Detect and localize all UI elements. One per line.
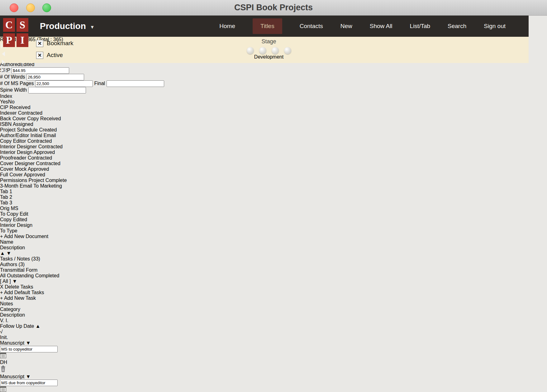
check-label: 3-Month Email To Marketing xyxy=(0,183,62,189)
layout-selector[interactable]: Production ▼ xyxy=(40,16,95,37)
window-title: CSPI Book Projects xyxy=(0,0,547,16)
nav-item[interactable]: New xyxy=(340,23,352,30)
nav-item[interactable]: Home xyxy=(219,23,235,30)
task-row: Manuscript ▼ DH xyxy=(0,340,547,374)
docs-tab[interactable]: Tab 1 xyxy=(0,189,547,194)
checkbox[interactable] xyxy=(36,52,43,59)
tasks-tab[interactable]: Authors (3) xyxy=(0,262,547,267)
check-row: Indexer Contracted xyxy=(0,110,547,116)
chevron-down-icon: ▼ xyxy=(26,340,31,346)
status-check-row: Author/Editor Initial Email xyxy=(0,133,547,138)
docs-tab[interactable]: Tab 2 xyxy=(0,194,547,200)
documents-table-header: Name Description xyxy=(0,239,547,251)
radio-option[interactable]: No xyxy=(8,99,14,104)
task-follow-up-date-field[interactable] xyxy=(0,386,547,392)
app-window: CSPI Book Projects Production ▼ Home Tit… xyxy=(0,0,547,392)
scroll-down-icon[interactable]: ▼ xyxy=(6,251,11,256)
words-row: # Of Words xyxy=(0,74,547,80)
stage-dot[interactable] xyxy=(259,47,266,54)
docs-subtab[interactable]: Interior Design xyxy=(0,222,547,228)
chevron-down-icon: ▼ xyxy=(90,24,95,30)
logo-letter: P xyxy=(3,33,15,47)
add-new-task-button[interactable]: + Add New Task xyxy=(0,295,547,301)
ms-pages-input[interactable] xyxy=(35,80,93,87)
task-row: Manuscript ▼ DH xyxy=(0,374,547,392)
stage-indicator: Stage Development xyxy=(238,38,300,60)
column-header-name: Name xyxy=(0,239,547,245)
task-description-input[interactable] xyxy=(0,380,58,386)
task-category-select[interactable]: Manuscript ▼ xyxy=(0,374,547,380)
check-label: Permissions Project Complete xyxy=(0,178,67,183)
add-new-document-button[interactable]: + Add New Document xyxy=(0,234,547,239)
task-follow-up-date-field[interactable] xyxy=(0,352,547,360)
check-label: Interior Design Approved xyxy=(0,150,55,155)
plus-icon: + xyxy=(0,234,3,239)
tasks-tab[interactable]: Transmittal Form xyxy=(0,267,547,273)
nav-item[interactable]: Search xyxy=(448,23,466,30)
stage-dot[interactable] xyxy=(284,47,291,54)
status-checklist: ISBN Assigned Project Schedule Created A… xyxy=(0,122,547,189)
nav-item[interactable]: Contacts xyxy=(300,23,323,30)
category-filter-select[interactable]: [ All ] ▼ xyxy=(0,279,547,284)
task-filter-radios: All Outstanding Completed xyxy=(0,273,547,279)
status-check-row: Full Cover Approved xyxy=(0,172,547,178)
nav-item[interactable]: Show All xyxy=(370,23,392,30)
nav-item[interactable]: List/Tab xyxy=(410,23,430,30)
status-check-row: 3-Month Email To Marketing xyxy=(0,183,547,189)
check-label: Indexer Contracted xyxy=(0,110,42,116)
docs-tab[interactable]: Tab 3 xyxy=(0,200,547,206)
plus-icon: + xyxy=(0,295,3,301)
sort-ascending-icon[interactable]: ▲ xyxy=(36,323,40,329)
status-check-row: Permissions Project Complete xyxy=(0,178,547,183)
column-header-description: Description xyxy=(0,245,547,251)
column-header-description: Description xyxy=(0,312,547,318)
documents-scrollbar[interactable]: ▲ ▼ xyxy=(0,251,547,256)
delete-x-icon: X xyxy=(0,284,3,289)
stage-value: Development xyxy=(238,54,300,60)
docs-subtab[interactable]: Copy Edited xyxy=(0,217,547,222)
spine-width-input[interactable] xyxy=(28,87,86,93)
check-label: Full Cover Approved xyxy=(0,172,45,177)
field-label: # Of MS Pages xyxy=(0,81,34,86)
task-category-select[interactable]: Manuscript ▼ xyxy=(0,340,547,346)
nav-menu: Home Titles Contacts New Show All List/T… xyxy=(219,16,506,37)
tasks-table-header: Category Description V. I. Follow Up Dat… xyxy=(0,307,547,340)
stage-dot[interactable] xyxy=(247,47,254,54)
final-label: Final xyxy=(94,81,105,86)
status-check-row: Project Schedule Created xyxy=(0,127,547,133)
filter-radio-option[interactable]: All xyxy=(0,273,7,278)
checkbox[interactable] xyxy=(36,40,43,47)
cspi-logo: CSPI xyxy=(3,18,28,47)
index-radio-group: YesNo xyxy=(0,99,547,105)
add-default-tasks-button[interactable]: + Add Default Tasks xyxy=(0,290,547,295)
check-label: ISBN Assigned xyxy=(0,122,33,127)
calendar-icon xyxy=(0,352,6,358)
task-description-input[interactable] xyxy=(0,346,58,352)
check-label: Proofreader Contracted xyxy=(0,155,52,160)
scroll-up-icon[interactable]: ▲ xyxy=(0,251,5,256)
task-init-field[interactable]: DH xyxy=(0,360,547,365)
status-check-row: Cover Mock Approved xyxy=(0,166,547,172)
filter-radio-option[interactable]: Completed xyxy=(35,273,59,278)
delete-tasks-button[interactable]: X Delete Tasks xyxy=(0,284,547,290)
nav-item[interactable]: Sign out xyxy=(484,23,506,30)
docs-subtab[interactable]: Orig MS xyxy=(0,206,547,211)
record-bar: Bookmark Active Stage Development Record… xyxy=(0,37,529,63)
left-checklist: CIP Received Indexer Contracted Back Cov… xyxy=(0,105,547,122)
tasks-tab[interactable]: Tasks / Notes (33) xyxy=(0,256,547,262)
index-row: Index YesNo xyxy=(0,93,547,105)
word-count-input[interactable] xyxy=(26,74,84,80)
status-check-row: Proofreader Contracted xyxy=(0,155,547,161)
column-header-follow-up-date[interactable]: Follow Up Date ▲ xyxy=(0,323,547,329)
nav-item[interactable]: Titles xyxy=(253,18,282,34)
stage-dot[interactable] xyxy=(272,47,279,54)
trash-icon[interactable] xyxy=(0,368,6,374)
tab-count-badge: (3) xyxy=(19,262,25,267)
last-record-button[interactable] xyxy=(0,67,529,75)
docs-subtab[interactable]: To Type xyxy=(0,228,547,234)
layout-name: Production xyxy=(40,21,86,31)
filter-radio-option[interactable]: Outstanding xyxy=(7,273,35,278)
docs-subtab[interactable]: To Copy Edit xyxy=(0,211,547,217)
final-pages-input[interactable] xyxy=(107,80,164,87)
radio-option[interactable]: Yes xyxy=(0,99,8,104)
